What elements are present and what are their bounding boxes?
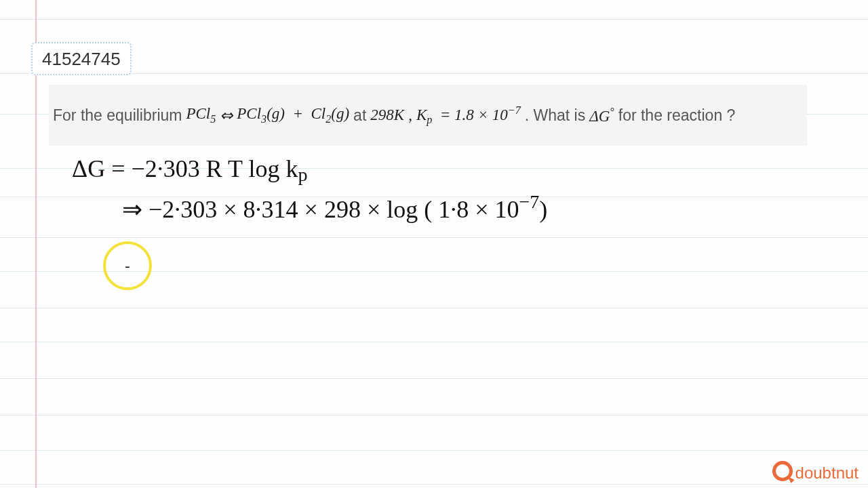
q-comma: , xyxy=(408,106,412,124)
q-plus: + xyxy=(292,105,303,122)
hw2-sup: −7 xyxy=(519,191,540,212)
hw1-text: ΔG = −2·303 R T log k xyxy=(72,155,298,182)
q-prefix: For the equilibrium xyxy=(53,106,182,125)
q-reactant-highlight: PCl5 xyxy=(186,105,216,125)
q-cl2: Cl xyxy=(311,105,326,122)
q-temp-highlight: 298K xyxy=(370,106,404,124)
q-dg: ΔG xyxy=(589,107,610,124)
q-dg-highlight: ΔG° xyxy=(589,106,614,125)
handwritten-line-1: ΔG = −2·303 R T log kp xyxy=(72,155,307,186)
question-id: 41524745 xyxy=(42,49,121,69)
q-products-highlight: PCl3(g) + Cl2(g) xyxy=(237,105,349,125)
question-text: For the equilibrium PCl5 ⇔ PCl3(g) + Cl2… xyxy=(49,85,807,146)
q-kp-sup: −7 xyxy=(508,104,521,116)
yellow-circle-annotation: - xyxy=(103,241,152,290)
q-arrow: ⇔ xyxy=(220,106,233,125)
q-pcl5-sub: 5 xyxy=(210,113,216,125)
q-whatis: . What is xyxy=(525,106,585,125)
hw2-end: ) xyxy=(539,196,547,223)
q-at: at xyxy=(353,106,366,125)
q-end: for the reaction ? xyxy=(618,106,736,125)
q-dg-sup: ° xyxy=(610,106,614,117)
question-id-box: 41524745 xyxy=(31,42,132,75)
q-pcl5: PCl xyxy=(186,105,210,122)
handwritten-line-2: ⇒ −2·303 × 8·314 × 298 × log ( 1·8 × 10−… xyxy=(122,191,547,224)
brand-logo: doubtnut xyxy=(772,461,859,483)
q-kp: K xyxy=(416,106,427,123)
logo-icon xyxy=(772,461,793,481)
hw1-sub: p xyxy=(298,164,307,185)
q-g2: (g) xyxy=(331,105,349,122)
q-kp-sub: p xyxy=(427,114,432,125)
q-pcl3: PCl xyxy=(237,105,261,122)
q-g1: (g) xyxy=(267,105,285,122)
q-kp-value: = 1.8 × 10 xyxy=(440,106,508,123)
hw2-text: ⇒ −2·303 × 8·314 × 298 × log ( 1·8 × 10 xyxy=(122,196,519,223)
ring-mark: - xyxy=(125,257,130,274)
brand-text: doubtnut xyxy=(795,464,859,483)
q-pcl3-sub: 3 xyxy=(261,113,267,125)
q-kp-highlight: Kp = 1.8 × 10−7 xyxy=(416,104,521,126)
